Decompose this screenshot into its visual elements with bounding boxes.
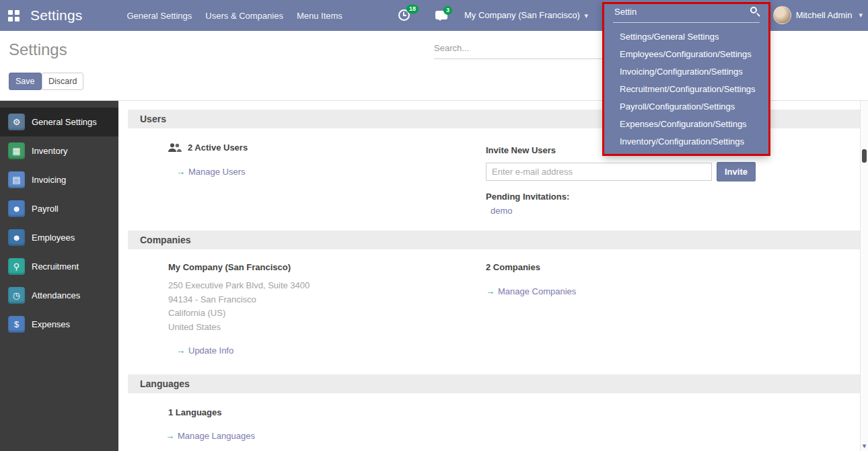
sidebar-item-recruitment[interactable]: ⚲ Recruitment bbox=[0, 252, 118, 281]
arrow-right-icon: → bbox=[486, 286, 495, 296]
address-line: California (US) bbox=[168, 306, 310, 321]
search-result[interactable]: Expenses/Configuration/Settings bbox=[604, 116, 769, 133]
menu-search-row bbox=[613, 6, 760, 23]
companies-count-label: 2 Companies bbox=[486, 262, 540, 272]
employees-icon: ☻ bbox=[8, 229, 25, 246]
company-name-label: My Company (San Francisco) bbox=[168, 262, 291, 272]
vertical-scrollbar[interactable]: ▾ bbox=[860, 101, 868, 451]
search-icon[interactable] bbox=[750, 7, 757, 13]
recruitment-icon: ⚲ bbox=[8, 258, 25, 275]
sidebar-item-expenses[interactable]: $ Expenses bbox=[0, 310, 118, 339]
address-line: 250 Executive Park Blvd, Suite 3400 bbox=[168, 279, 310, 293]
app-menu: General Settings Users & Companies Menu … bbox=[120, 1, 349, 30]
arrow-right-icon: → bbox=[166, 431, 174, 441]
discard-button[interactable]: Discard bbox=[42, 73, 83, 90]
company-name: My Company (San Francisco) bbox=[464, 10, 580, 20]
invite-email-field[interactable] bbox=[486, 163, 712, 181]
attendance-icon: ◷ bbox=[8, 287, 25, 304]
message-count-badge: 3 bbox=[443, 6, 452, 15]
sidebar-item-label: Attendances bbox=[32, 290, 80, 300]
menu-search-dropdown: Settings/General Settings Employees/Conf… bbox=[604, 0, 769, 155]
search-result[interactable]: Employees/Configuration/Settings bbox=[604, 46, 769, 63]
scrollbar-down-arrow[interactable]: ▾ bbox=[861, 442, 868, 450]
scrollbar-thumb[interactable] bbox=[862, 149, 867, 163]
breadcrumb: Settings bbox=[9, 40, 67, 59]
pending-user-link[interactable]: demo bbox=[491, 206, 513, 216]
section-header-companies: Companies bbox=[128, 231, 860, 249]
manage-companies-link[interactable]: →Manage Companies bbox=[486, 286, 576, 296]
users-group-icon bbox=[168, 143, 182, 152]
section-header-languages: Languages bbox=[128, 374, 860, 393]
update-info-link[interactable]: →Update Info bbox=[176, 345, 233, 356]
sidebar-item-label: Payroll bbox=[32, 204, 59, 214]
sidebar-item-label: Recruitment bbox=[32, 261, 79, 272]
active-users-row: 2 Active Users bbox=[168, 142, 248, 153]
address-line: 94134 - San Francisco bbox=[168, 293, 310, 307]
languages-count-label: 1 Languages bbox=[168, 407, 221, 417]
search-result[interactable]: Invoicing/Configuration/Settings bbox=[604, 63, 769, 81]
menu-search-input[interactable] bbox=[613, 6, 741, 17]
company-address: 250 Executive Park Blvd, Suite 3400 9413… bbox=[168, 279, 310, 334]
menu-general-settings[interactable]: General Settings bbox=[120, 1, 198, 30]
sidebar-item-payroll[interactable]: ☻ Payroll bbox=[0, 194, 118, 223]
arrow-right-icon: → bbox=[176, 345, 185, 356]
search-result[interactable]: Recruitment/Configuration/Settings bbox=[604, 81, 769, 98]
search-result[interactable]: Inventory/Configuration/Settings bbox=[604, 133, 769, 151]
search-result[interactable]: Payroll/Configuration/Settings bbox=[604, 98, 769, 116]
settings-sidebar: ⚙ General Settings ▦ Inventory ▤ Invoici… bbox=[0, 101, 118, 451]
company-switcher[interactable]: My Company (San Francisco) ▾ bbox=[464, 10, 588, 20]
sidebar-item-invoicing[interactable]: ▤ Invoicing bbox=[0, 165, 118, 194]
menu-search-results: Settings/General Settings Employees/Conf… bbox=[604, 28, 769, 151]
manage-languages-link[interactable]: →Manage Languages bbox=[166, 431, 255, 441]
sidebar-item-employees[interactable]: ☻ Employees bbox=[0, 223, 118, 252]
activity-menu-button[interactable]: 18 bbox=[398, 9, 410, 21]
search-result[interactable]: Settings/General Settings bbox=[604, 28, 769, 46]
invite-new-users-label: Invite New Users bbox=[486, 145, 556, 155]
chevron-down-icon: ▾ bbox=[859, 11, 863, 19]
inventory-icon: ▦ bbox=[8, 142, 25, 159]
sidebar-item-label: Invoicing bbox=[32, 175, 66, 185]
invoice-icon: ▤ bbox=[8, 171, 25, 188]
gear-icon: ⚙ bbox=[8, 114, 25, 130]
active-users-count: 2 Active Users bbox=[188, 142, 248, 153]
user-menu[interactable]: Mitchell Admin ▾ bbox=[773, 6, 863, 24]
activity-count-badge: 18 bbox=[406, 5, 419, 13]
apps-menu-icon[interactable] bbox=[8, 10, 20, 22]
manage-users-link[interactable]: →Manage Users bbox=[176, 167, 246, 177]
user-name: Mitchell Admin bbox=[796, 10, 853, 20]
menu-users-companies[interactable]: Users & Companies bbox=[198, 1, 290, 30]
address-line: United States bbox=[168, 321, 310, 335]
sidebar-item-attendances[interactable]: ◷ Attendances bbox=[0, 281, 118, 310]
invite-button[interactable]: Invite bbox=[717, 162, 756, 181]
arrow-right-icon: → bbox=[176, 167, 185, 177]
pending-invitations-label: Pending Invitations: bbox=[486, 192, 569, 202]
sidebar-item-label: Employees bbox=[32, 233, 75, 243]
sidebar-item-label: Inventory bbox=[32, 146, 67, 156]
app-title: Settings bbox=[30, 7, 82, 24]
save-button[interactable]: Save bbox=[9, 73, 42, 90]
expenses-icon: $ bbox=[8, 316, 25, 333]
payroll-icon: ☻ bbox=[8, 200, 25, 217]
sidebar-item-general-settings[interactable]: ⚙ General Settings bbox=[0, 108, 118, 136]
chevron-down-icon: ▾ bbox=[585, 11, 589, 19]
avatar bbox=[773, 6, 791, 24]
sidebar-item-label: General Settings bbox=[32, 117, 97, 127]
sidebar-item-inventory[interactable]: ▦ Inventory bbox=[0, 136, 118, 165]
sidebar-item-label: Expenses bbox=[32, 319, 70, 329]
menu-menu-items[interactable]: Menu Items bbox=[290, 1, 349, 30]
messages-menu-button[interactable]: 3 bbox=[435, 11, 447, 19]
